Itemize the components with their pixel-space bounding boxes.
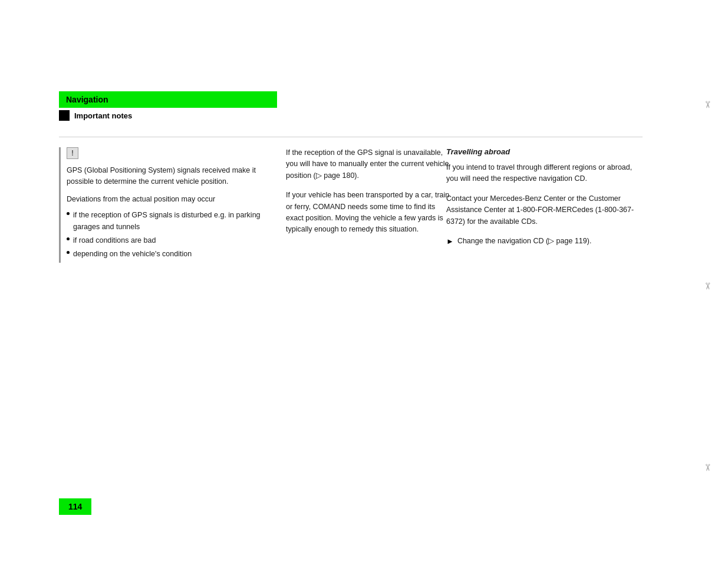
gps-text: GPS (Global Positioning System) signals …	[67, 165, 271, 188]
deviation-title: Deviations from the actual position may …	[67, 194, 271, 205]
separator-line	[59, 137, 643, 137]
middle-paragraph-2: If your vehicle has been transported by …	[286, 190, 451, 236]
header-section: Navigation Important notes	[59, 91, 277, 121]
warning-content: ! GPS (Global Positioning System) signal…	[67, 147, 271, 263]
left-border-line	[59, 147, 61, 263]
warning-box: ! GPS (Global Positioning System) signal…	[59, 147, 271, 263]
nav-title: Navigation	[66, 95, 108, 104]
bullet-dot	[67, 251, 70, 254]
middle-column: If the reception of the GPS signal is un…	[286, 147, 451, 244]
scissors-mark-bottom: ✂	[702, 464, 713, 471]
page-number: 114	[68, 502, 82, 511]
right-paragraph-1: If you intend to travel through differen…	[446, 162, 635, 185]
scissors-mark-mid: ✂	[702, 282, 713, 290]
bullet-text: if the reception of GPS signals is distu…	[73, 210, 271, 233]
section-title-icon	[59, 110, 70, 121]
left-column: ! GPS (Global Positioning System) signal…	[59, 147, 271, 272]
arrow-item-text: Change the navigation CD (▷ page 119).	[457, 236, 592, 247]
list-item: depending on the vehicle's condition	[67, 249, 271, 260]
arrow-symbol: ►	[446, 236, 454, 247]
section-title-bar: Important notes	[59, 110, 277, 121]
bullet-text: if road conditions are bad	[73, 235, 156, 246]
bullet-dot	[67, 237, 70, 240]
arrow-item: ► Change the navigation CD (▷ page 119).	[446, 236, 635, 247]
nav-title-bar: Navigation	[59, 91, 277, 108]
page-container: Navigation Important notes ! GPS (Global…	[0, 0, 728, 562]
middle-paragraph-1: If the reception of the GPS signal is un…	[286, 147, 451, 181]
warning-icon: !	[67, 147, 78, 159]
right-paragraph-2: Contact your Mercedes-Benz Center or the…	[446, 193, 635, 227]
list-item: if road conditions are bad	[67, 235, 271, 246]
right-column: Travelling abroad If you intend to trave…	[446, 147, 635, 247]
bullet-text: depending on the vehicle's condition	[73, 249, 192, 260]
page-number-box: 114	[59, 498, 91, 515]
bullet-list: if the reception of GPS signals is distu…	[67, 210, 271, 260]
scissors-mark-top: ✂	[702, 101, 713, 108]
travelling-title: Travelling abroad	[446, 147, 635, 156]
bullet-dot	[67, 212, 70, 215]
section-title: Important notes	[74, 111, 132, 120]
list-item: if the reception of GPS signals is distu…	[67, 210, 271, 233]
